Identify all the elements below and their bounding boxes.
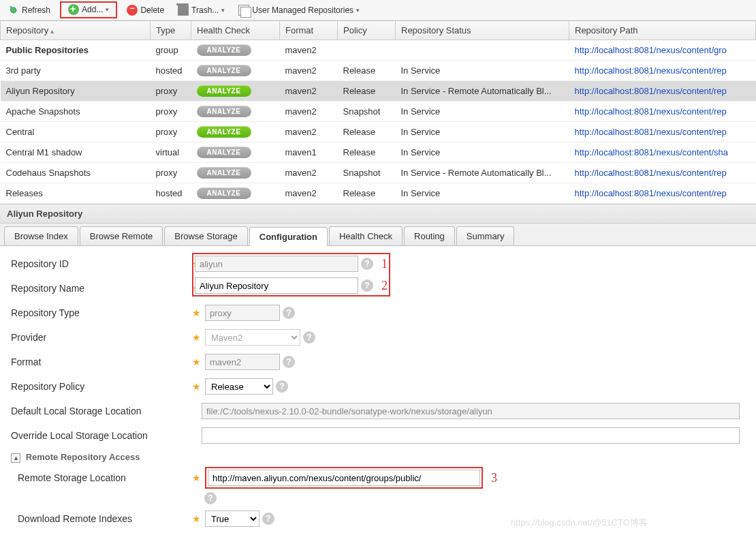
repo-path-link[interactable]: http://localhost:8081/nexus/content/sha <box>575 147 729 157</box>
add-button-highlight: Add... ▾ <box>60 1 117 18</box>
refresh-button[interactable]: Refresh <box>4 3 54 17</box>
help-icon[interactable]: ? <box>276 380 288 393</box>
delete-label: Delete <box>140 5 164 15</box>
annotation-1: 1 <box>381 257 388 271</box>
cell-status: In Service - Remote Automatically Bl... <box>396 81 569 102</box>
tab-browse-storage[interactable]: Browse Storage <box>164 226 248 245</box>
table-row[interactable]: Central M1 shadowvirtualANALYZEmaven1Rel… <box>1 142 756 163</box>
cell-health: ANALYZE <box>191 40 280 61</box>
policy-label: Repository Policy <box>8 381 192 392</box>
configuration-form: ? 1 ? 2 Repository ID ★ Repository Name … <box>0 246 756 533</box>
cell-health: ANALYZE <box>191 183 280 204</box>
help-icon[interactable]: ? <box>283 307 295 319</box>
analyze-button[interactable]: ANALYZE <box>197 106 251 117</box>
collapse-icon[interactable]: ▴ <box>11 453 20 463</box>
table-row[interactable]: CentralproxyANALYZEmaven2ReleaseIn Servi… <box>1 122 756 142</box>
repo-path-link[interactable]: http://localhost:8081/nexus/content/rep <box>575 188 727 198</box>
cell-status: In Service <box>396 61 569 81</box>
cell-format: maven2 <box>280 122 338 142</box>
table-row[interactable]: ReleaseshostedANALYZEmaven2ReleaseIn Ser… <box>1 183 756 204</box>
repo-path-link[interactable]: http://localhost:8081/nexus/content/rep <box>575 168 727 178</box>
repository-name-input[interactable] <box>195 277 358 294</box>
tab-browse-remote[interactable]: Browse Remote <box>80 226 163 245</box>
analyze-button[interactable]: ANALYZE <box>197 65 251 76</box>
col-format[interactable]: Format <box>280 21 338 40</box>
repository-type-input[interactable] <box>205 305 280 321</box>
help-icon[interactable]: ? <box>303 331 315 344</box>
table-row[interactable]: 3rd partyhostedANALYZEmaven2ReleaseIn Se… <box>1 61 756 81</box>
help-icon[interactable]: ? <box>361 258 373 270</box>
cell-path: http://localhost:8081/nexus/content/rep <box>569 163 756 183</box>
add-icon <box>68 4 79 15</box>
help-icon[interactable]: ? <box>262 513 274 525</box>
cell-type: group <box>151 40 191 61</box>
tab-configuration[interactable]: Configuration <box>249 227 328 246</box>
add-button[interactable]: Add... ▾ <box>64 3 113 16</box>
cell-status: In Service - Remote Automatically Bl... <box>396 163 569 183</box>
user-managed-button[interactable]: User Managed Repositories ▾ <box>234 3 364 17</box>
col-path[interactable]: Repository Path <box>569 21 756 40</box>
analyze-button[interactable]: ANALYZE <box>197 85 251 97</box>
repo-path-link[interactable]: http://localhost:8081/nexus/content/rep <box>575 86 727 96</box>
delete-button[interactable]: Delete <box>123 3 168 17</box>
cell-path: http://localhost:8081/nexus/content/rep <box>569 183 756 204</box>
repo-path-link[interactable]: http://localhost:8081/nexus/content/rep <box>575 127 727 137</box>
cell-health: ANALYZE <box>191 163 280 183</box>
override-local-input[interactable] <box>202 427 740 444</box>
cell-format: maven1 <box>280 142 338 163</box>
pages-icon <box>238 5 249 16</box>
help-icon[interactable]: ? <box>204 492 217 504</box>
analyze-button[interactable]: ANALYZE <box>197 167 251 179</box>
cell-policy: Snapshot <box>338 102 396 122</box>
tab-browse-index[interactable]: Browse Index <box>4 226 78 245</box>
provider-select[interactable]: Maven2 <box>205 329 300 346</box>
required-star: ★ <box>192 472 201 483</box>
tab-routing[interactable]: Routing <box>404 226 455 245</box>
annotation-box-3 <box>205 467 483 489</box>
cell-type: proxy <box>151 122 191 142</box>
analyze-button[interactable]: ANALYZE <box>197 44 251 56</box>
policy-select[interactable]: Release <box>205 378 273 395</box>
table-row[interactable]: Aliyun RepositoryproxyANALYZEmaven2Relea… <box>1 81 756 102</box>
analyze-button[interactable]: ANALYZE <box>197 147 251 158</box>
table-row[interactable]: Apache SnapshotsproxyANALYZEmaven2Snapsh… <box>1 102 756 122</box>
table-row[interactable]: Public RepositoriesgroupANALYZEmaven2htt… <box>1 40 756 61</box>
col-policy[interactable]: Policy <box>338 21 396 40</box>
analyze-button[interactable]: ANALYZE <box>197 126 251 138</box>
cell-health: ANALYZE <box>191 122 280 142</box>
repo-path-link[interactable]: http://localhost:8081/nexus/content/rep <box>575 106 727 117</box>
cell-policy <box>338 40 396 61</box>
help-icon[interactable]: ? <box>283 356 295 368</box>
format-input[interactable] <box>205 354 280 370</box>
required-star: ★ <box>192 332 201 343</box>
cell-path: http://localhost:8081/nexus/content/gro <box>569 40 756 61</box>
default-local-input[interactable] <box>202 403 740 419</box>
chevron-down-icon: ▾ <box>106 6 109 13</box>
tab-health-check[interactable]: Health Check <box>329 226 403 245</box>
col-type[interactable]: Type <box>151 21 191 40</box>
trash-button[interactable]: Trash... ▾ <box>174 3 229 17</box>
repository-id-input[interactable] <box>195 256 358 272</box>
repo-path-link[interactable]: http://localhost:8081/nexus/content/gro <box>575 45 727 55</box>
required-star: ★ <box>192 356 201 367</box>
col-repository[interactable]: Repository <box>1 21 151 40</box>
table-row[interactable]: Codehaus SnapshotsproxyANALYZEmaven2Snap… <box>1 163 756 183</box>
tab-summary[interactable]: Summary <box>456 226 515 245</box>
cell-health: ANALYZE <box>191 102 280 122</box>
add-label: Add... <box>82 5 103 14</box>
cell-format: maven2 <box>280 61 338 81</box>
required-star: ★ <box>192 307 201 318</box>
cell-path: http://localhost:8081/nexus/content/rep <box>569 61 756 81</box>
cell-name: Public Repositories <box>1 40 151 61</box>
col-status[interactable]: Repository Status <box>396 21 569 40</box>
remote-location-input[interactable] <box>208 470 480 486</box>
col-health[interactable]: Health Check <box>191 21 280 40</box>
repo-path-link[interactable]: http://localhost:8081/nexus/content/rep <box>575 65 727 76</box>
download-indexes-select[interactable]: True <box>205 511 259 527</box>
cell-type: proxy <box>151 163 191 183</box>
help-icon[interactable]: ? <box>361 279 373 292</box>
cell-status: In Service <box>396 122 569 142</box>
refresh-label: Refresh <box>22 5 50 15</box>
cell-format: maven2 <box>280 163 338 183</box>
analyze-button[interactable]: ANALYZE <box>197 187 251 199</box>
